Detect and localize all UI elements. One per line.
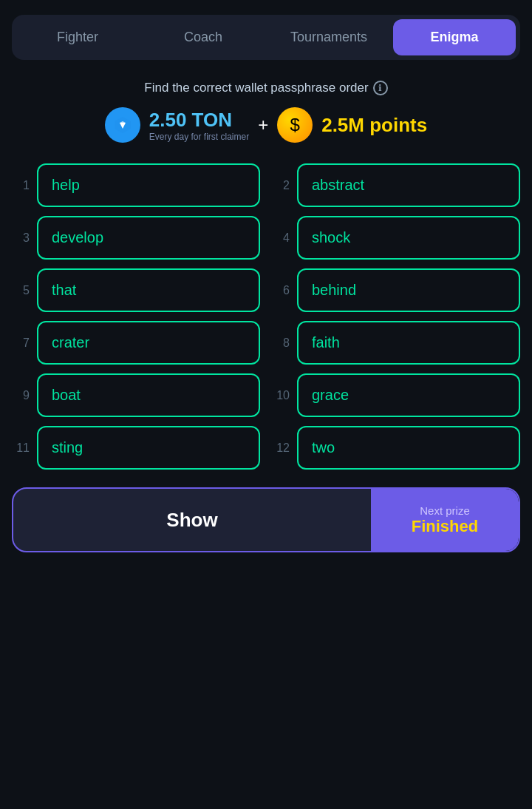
word-cell-6: 6behind [272, 268, 520, 312]
ton-amount: 2.50 TON [149, 109, 249, 132]
word-number-5: 5 [12, 284, 30, 297]
plus-sign: + [258, 115, 268, 135]
word-cell-9: 9boat [12, 373, 260, 417]
word-box-8[interactable]: faith [297, 321, 520, 365]
word-number-12: 12 [272, 441, 290, 455]
next-prize-section[interactable]: Next prize Finished [371, 489, 519, 551]
word-cell-1: 1help [12, 163, 260, 207]
word-number-1: 1 [12, 179, 30, 192]
word-number-8: 8 [272, 336, 290, 350]
word-number-7: 7 [12, 336, 30, 350]
ton-subtitle: Every day for first claimer [149, 132, 249, 142]
word-box-11[interactable]: sting [37, 426, 260, 470]
word-box-1[interactable]: help [37, 163, 260, 207]
word-number-11: 11 [12, 441, 30, 455]
tab-enigma[interactable]: Enigma [393, 19, 516, 55]
navigation-tabs: Fighter Coach Tournaments Enigma [12, 15, 520, 60]
instruction-text: Find the correct wallet passphrase order… [144, 81, 387, 95]
word-number-9: 9 [12, 389, 30, 402]
show-label: Show [166, 509, 217, 532]
word-number-2: 2 [272, 179, 290, 192]
word-box-4[interactable]: shock [297, 216, 520, 260]
word-cell-11: 11sting [12, 426, 260, 470]
word-number-10: 10 [272, 389, 290, 402]
tab-tournaments[interactable]: Tournaments [267, 19, 390, 55]
word-cell-10: 10grace [272, 373, 520, 417]
finished-label: Finished [412, 517, 478, 536]
word-box-5[interactable]: that [37, 268, 260, 312]
word-number-3: 3 [12, 231, 30, 245]
word-cell-4: 4shock [272, 216, 520, 260]
word-box-9[interactable]: boat [37, 373, 260, 417]
coin-icon: $ [277, 107, 313, 143]
show-button[interactable]: Show [13, 489, 371, 551]
word-cell-5: 5that [12, 268, 260, 312]
word-grid: 1help2abstract3develop4shock5that6behind… [12, 163, 520, 470]
word-box-3[interactable]: develop [37, 216, 260, 260]
points-amount: 2.5M points [321, 114, 427, 137]
word-cell-3: 3develop [12, 216, 260, 260]
word-cell-7: 7crater [12, 321, 260, 365]
info-icon[interactable]: ℹ [373, 81, 388, 95]
word-cell-8: 8faith [272, 321, 520, 365]
word-cell-2: 2abstract [272, 163, 520, 207]
tab-coach[interactable]: Coach [142, 19, 265, 55]
instruction-label: Find the correct wallet passphrase order [144, 81, 368, 95]
ton-amount-group: 2.50 TON Every day for first claimer [149, 109, 249, 142]
prize-row: 2.50 TON Every day for first claimer + $… [105, 107, 427, 143]
word-box-10[interactable]: grace [297, 373, 520, 417]
ton-icon [105, 107, 140, 143]
word-number-4: 4 [272, 231, 290, 245]
word-box-7[interactable]: crater [37, 321, 260, 365]
word-cell-12: 12two [272, 426, 520, 470]
word-number-6: 6 [272, 284, 290, 297]
word-box-6[interactable]: behind [297, 268, 520, 312]
tab-fighter[interactable]: Fighter [16, 19, 139, 55]
next-prize-label: Next prize [420, 504, 470, 517]
word-box-2[interactable]: abstract [297, 163, 520, 207]
action-button-container: Show Next prize Finished [12, 487, 520, 552]
word-box-12[interactable]: two [297, 426, 520, 470]
